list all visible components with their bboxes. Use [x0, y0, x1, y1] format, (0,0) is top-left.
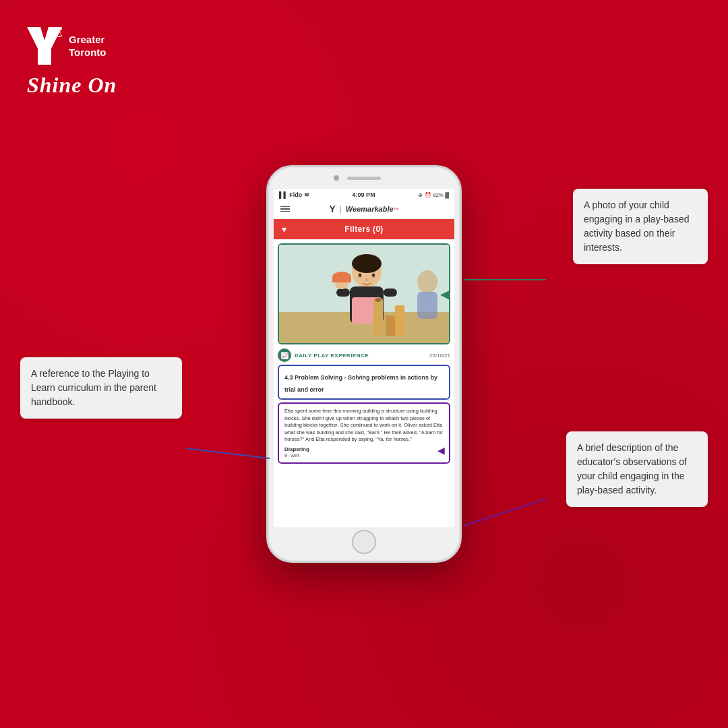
svg-point-7: [352, 254, 382, 273]
diapering-label: Diapering: [284, 446, 444, 452]
shine-on-tagline: Shine On: [27, 73, 117, 98]
svg-rect-14: [332, 277, 351, 282]
filters-label-text: Filters (0): [344, 224, 383, 234]
filters-chevron-icon[interactable]: ▾: [282, 224, 286, 235]
svg-rect-16: [386, 315, 395, 336]
battery-text: ⊕ ⏰ 82% ▓: [418, 192, 449, 198]
diapering-value: 9- wet: [284, 452, 444, 458]
daily-play-icon: 📈: [278, 348, 291, 362]
hamburger-menu-icon[interactable]: [280, 206, 290, 212]
daily-play-date: 25/10/21: [429, 353, 450, 359]
weemarkable-logo-text: Weemarkable™: [346, 205, 399, 213]
header-divider: |: [340, 204, 342, 214]
left-callout-text: A reference to the Playing to Learn curr…: [31, 367, 171, 409]
daily-play-label: DAILY PLAY EXPERIENCE: [295, 353, 369, 359]
problem-solving-text: 4.3 Problem Solving - Solving problems i…: [284, 374, 437, 393]
problem-solving-box: 4.3 Problem Solving - Solving problems i…: [278, 365, 450, 400]
svg-point-21: [359, 274, 361, 277]
description-box: Etta spent some time this morning buildi…: [278, 402, 450, 464]
child-photo-section: ◀: [278, 243, 450, 344]
svg-text:R: R: [58, 30, 61, 35]
description-text: Etta spent some time this morning buildi…: [284, 408, 444, 444]
app-header: Y | Weemarkable™: [274, 200, 454, 219]
svg-point-18: [375, 298, 382, 302]
child-photo: [279, 245, 449, 343]
svg-point-24: [417, 270, 437, 293]
carrier-text: ▌▌ Fido ≋: [279, 191, 309, 198]
ymca-y-icon: R: [27, 27, 62, 65]
phone-speaker: [347, 177, 381, 180]
status-bar: ▌▌ Fido ≋ 4:09 PM ⊕ ⏰ 82% ▓: [274, 189, 454, 200]
svg-marker-0: [27, 27, 62, 65]
daily-play-section: 📈 DAILY PLAY EXPERIENCE 25/10/21: [278, 348, 450, 362]
filters-bar[interactable]: ▾ Filters (0): [274, 219, 454, 239]
description-callout-arrow: ◀: [437, 445, 445, 456]
svg-rect-25: [417, 292, 437, 319]
app-header-logos: Y | Weemarkable™: [329, 204, 398, 214]
phone-camera: [334, 175, 339, 181]
logo-area: R Greater Toronto Shine On: [27, 27, 117, 98]
svg-rect-10: [336, 289, 350, 297]
weemarkable-dot: ™: [394, 207, 399, 213]
svg-rect-17: [395, 305, 404, 336]
left-callout: A reference to the Playing to Learn curr…: [20, 357, 182, 419]
right-top-callout: A photo of your child engaging in a play…: [573, 189, 708, 264]
phone-screen: ▌▌ Fido ≋ 4:09 PM ⊕ ⏰ 82% ▓ Y | Weemarka…: [274, 189, 454, 527]
child-scene-svg: [279, 245, 449, 343]
ymca-location-text: Greater Toronto: [69, 33, 107, 59]
weemarkable-name: Weemarkable: [346, 205, 394, 213]
phone-outer-shell: ▌▌ Fido ≋ 4:09 PM ⊕ ⏰ 82% ▓ Y | Weemarka…: [266, 165, 462, 563]
daily-play-left: 📈 DAILY PLAY EXPERIENCE: [278, 348, 369, 362]
time-text: 4:09 PM: [353, 191, 375, 198]
right-top-callout-text: A photo of your child engaging in a play…: [584, 198, 697, 255]
ymca-logo: R Greater Toronto: [27, 27, 117, 65]
right-bottom-callout-text: A brief description of the educator's ob…: [577, 441, 697, 497]
svg-point-23: [365, 278, 369, 281]
phone-mockup: ▌▌ Fido ≋ 4:09 PM ⊕ ⏰ 82% ▓ Y | Weemarka…: [266, 165, 462, 563]
header-y-logo: Y: [329, 204, 335, 214]
svg-rect-11: [384, 289, 397, 297]
right-bottom-callout: A brief description of the educator's ob…: [566, 431, 708, 507]
svg-rect-15: [373, 299, 383, 336]
svg-point-22: [372, 274, 375, 277]
phone-home-button[interactable]: [352, 530, 376, 554]
photo-callout-arrow: ◀: [440, 286, 450, 302]
